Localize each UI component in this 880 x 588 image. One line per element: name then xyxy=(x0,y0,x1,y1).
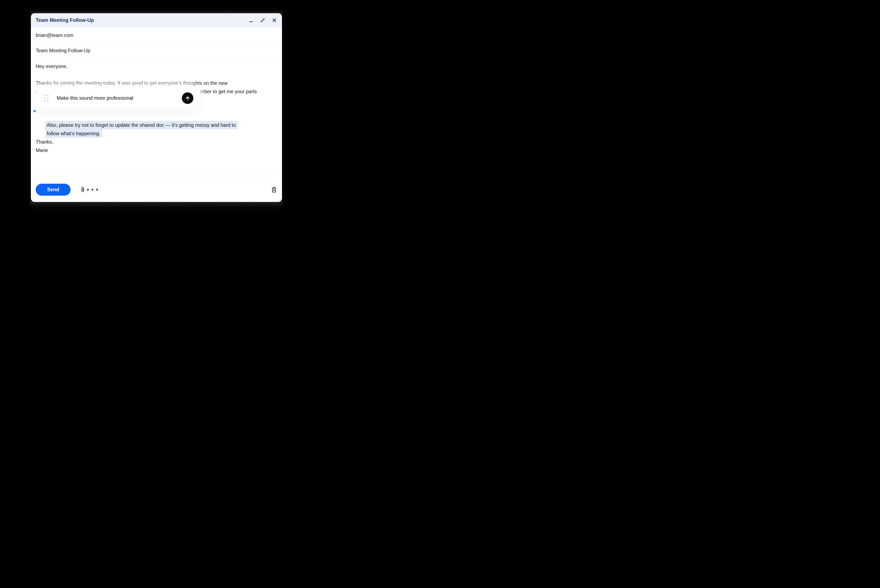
body-line: Hey everyone, xyxy=(36,62,257,70)
subject-value: Team Meeting Follow-Up xyxy=(36,48,90,54)
to-field[interactable]: brian@team.com xyxy=(35,27,277,44)
ellipsis-icon xyxy=(87,189,98,190)
body-line: Also, please try not to forget to update… xyxy=(36,112,257,121)
noise-texture-top xyxy=(30,6,283,14)
message-body[interactable]: Hey everyone, Thanks for joining the mee… xyxy=(36,62,257,154)
subject-field[interactable]: Team Meeting Follow-Up xyxy=(35,44,277,58)
close-icon xyxy=(272,18,276,22)
ai-prompt-bar[interactable]: Make this sound more professional xyxy=(35,88,198,108)
collapse-icon xyxy=(260,18,265,22)
trash-icon xyxy=(271,186,277,193)
window-title: Team Meeting Follow-Up xyxy=(36,17,94,23)
attach-button[interactable] xyxy=(79,185,86,194)
occluded-line-end: mber to get me your parts xyxy=(200,87,257,96)
minimize-icon xyxy=(249,21,253,22)
ai-prompt-text[interactable]: Make this sound more professional xyxy=(57,95,133,101)
body-line: Marie xyxy=(36,146,257,154)
canvas: Team Meeting Follow-Up brian@team. xyxy=(0,0,329,220)
drag-handle-icon[interactable] xyxy=(44,95,48,101)
selected-text[interactable]: follow what’s happening. xyxy=(45,129,102,138)
arrow-up-icon xyxy=(185,95,191,101)
compose-window: Team Meeting Follow-Up brian@team. xyxy=(31,13,282,202)
to-value: brian@team.com xyxy=(36,33,73,38)
send-button[interactable]: Send xyxy=(36,184,71,196)
collapse-button[interactable] xyxy=(260,18,265,22)
titlebar: Team Meeting Follow-Up xyxy=(31,13,282,27)
delete-button[interactable] xyxy=(270,185,278,194)
close-button[interactable] xyxy=(272,18,276,22)
body-line: Thanks, xyxy=(36,138,257,146)
body-line xyxy=(36,70,257,79)
more-button[interactable] xyxy=(86,187,99,192)
minimize-button[interactable] xyxy=(249,18,254,22)
ai-submit-button[interactable] xyxy=(182,92,194,104)
window-controls xyxy=(249,18,276,22)
selection-handle[interactable] xyxy=(33,110,36,112)
body-line: Thanks for joining the meeting today. It… xyxy=(36,79,257,87)
noise-texture-bottom xyxy=(30,201,283,213)
paperclip-icon xyxy=(80,186,86,194)
selected-text[interactable]: Also, please try not to forget to update… xyxy=(45,121,238,129)
